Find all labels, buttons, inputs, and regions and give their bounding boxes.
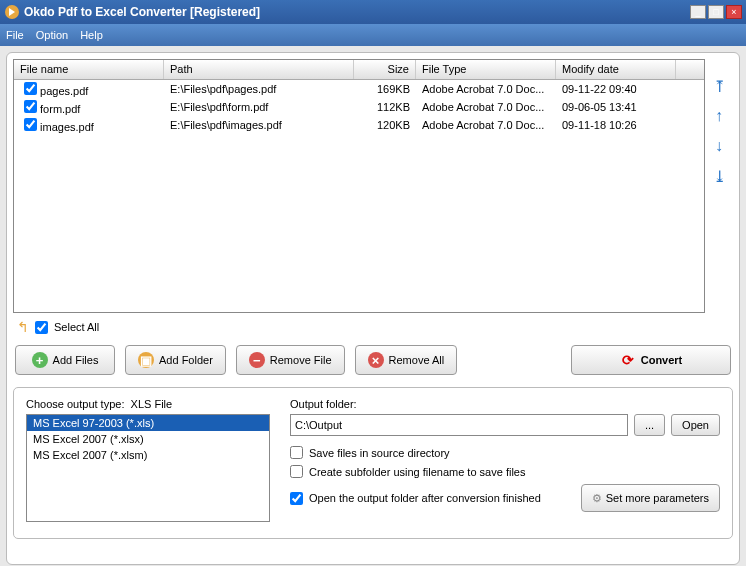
- app-icon: [4, 4, 20, 20]
- open-folder-button[interactable]: Open: [671, 414, 720, 436]
- minimize-button[interactable]: _: [690, 5, 706, 19]
- titlebar: Okdo Pdf to Excel Converter [Registered]…: [0, 0, 746, 24]
- output-folder-input[interactable]: [290, 414, 628, 436]
- menu-file[interactable]: File: [6, 29, 24, 41]
- output-type-label: Choose output type: XLS File: [26, 398, 270, 410]
- close-button[interactable]: ×: [726, 5, 742, 19]
- move-up-button[interactable]: ↑: [710, 107, 728, 125]
- select-all-label: Select All: [54, 321, 99, 333]
- col-header-name[interactable]: File name: [14, 60, 164, 79]
- row-checkbox[interactable]: [24, 118, 37, 131]
- move-bottom-button[interactable]: ⤓: [710, 167, 728, 185]
- browse-button[interactable]: ...: [634, 414, 665, 436]
- set-more-parameters-button[interactable]: ⚙ Set more parameters: [581, 484, 720, 512]
- gear-icon: ⚙: [592, 492, 602, 505]
- save-source-checkbox[interactable]: [290, 446, 303, 459]
- file-list[interactable]: File name Path Size File Type Modify dat…: [13, 59, 705, 313]
- output-type-listbox[interactable]: MS Excel 97-2003 (*.xls)MS Excel 2007 (*…: [26, 414, 270, 522]
- open-after-label: Open the output folder after conversion …: [309, 492, 541, 504]
- maximize-button[interactable]: □: [708, 5, 724, 19]
- up-icon[interactable]: ↰: [17, 319, 29, 335]
- open-after-checkbox[interactable]: [290, 492, 303, 505]
- list-item[interactable]: MS Excel 97-2003 (*.xls): [27, 415, 269, 431]
- table-row[interactable]: form.pdfE:\Files\pdf\form.pdf112KBAdobe …: [14, 98, 704, 116]
- convert-button[interactable]: ⟳ Convert: [571, 345, 731, 375]
- main-panel: File name Path Size File Type Modify dat…: [6, 52, 740, 565]
- row-checkbox[interactable]: [24, 82, 37, 95]
- select-all-checkbox[interactable]: [35, 321, 48, 334]
- plus-icon: +: [32, 352, 48, 368]
- menu-help[interactable]: Help: [80, 29, 103, 41]
- move-top-button[interactable]: ⤒: [710, 77, 728, 95]
- move-down-button[interactable]: ↓: [710, 137, 728, 155]
- window-title: Okdo Pdf to Excel Converter [Registered]: [24, 5, 690, 19]
- col-header-path[interactable]: Path: [164, 60, 354, 79]
- remove-file-button[interactable]: − Remove File: [236, 345, 345, 375]
- x-icon: ×: [368, 352, 384, 368]
- menu-option[interactable]: Option: [36, 29, 68, 41]
- add-folder-button[interactable]: ▣ Add Folder: [125, 345, 226, 375]
- table-row[interactable]: images.pdfE:\Files\pdf\images.pdf120KBAd…: [14, 116, 704, 134]
- list-item[interactable]: MS Excel 2007 (*.xlsm): [27, 447, 269, 463]
- minus-icon: −: [249, 352, 265, 368]
- col-header-type[interactable]: File Type: [416, 60, 556, 79]
- side-arrows: ⤒ ↑ ↓ ⤓: [705, 59, 733, 313]
- bottom-panel: Choose output type: XLS File MS Excel 97…: [13, 387, 733, 539]
- col-header-size[interactable]: Size: [354, 60, 416, 79]
- subfolder-checkbox[interactable]: [290, 465, 303, 478]
- menubar: File Option Help: [0, 24, 746, 46]
- row-checkbox[interactable]: [24, 100, 37, 113]
- add-files-button[interactable]: + Add Files: [15, 345, 115, 375]
- col-header-date[interactable]: Modify date: [556, 60, 676, 79]
- list-item[interactable]: MS Excel 2007 (*.xlsx): [27, 431, 269, 447]
- file-list-header: File name Path Size File Type Modify dat…: [14, 60, 704, 80]
- remove-all-button[interactable]: × Remove All: [355, 345, 458, 375]
- save-source-label: Save files in source directory: [309, 447, 450, 459]
- convert-icon: ⟳: [620, 352, 636, 368]
- table-row[interactable]: pages.pdfE:\Files\pdf\pages.pdf169KBAdob…: [14, 80, 704, 98]
- output-folder-label: Output folder:: [290, 398, 720, 410]
- folder-icon: ▣: [138, 352, 154, 368]
- subfolder-label: Create subfolder using filename to save …: [309, 466, 525, 478]
